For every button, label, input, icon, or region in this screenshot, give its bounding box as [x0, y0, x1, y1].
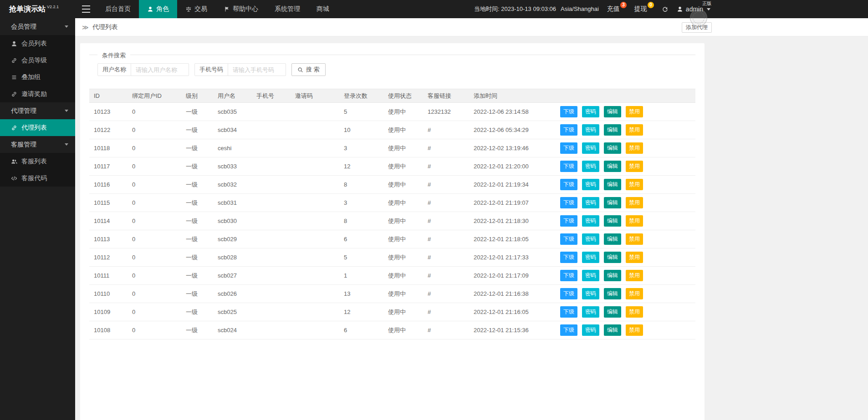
- row-action-edit-button[interactable]: 编辑: [604, 288, 621, 299]
- row-action-password-button[interactable]: 密码: [582, 324, 599, 336]
- row-action-disable-button[interactable]: 禁用: [626, 324, 643, 336]
- nav-item-label: 系统管理: [275, 5, 300, 13]
- menu-toggle-icon[interactable]: [75, 0, 97, 18]
- row-action-disable-button[interactable]: 禁用: [626, 215, 643, 227]
- sidebar-section-member-management[interactable]: 会员管理: [0, 18, 75, 35]
- row-action-disable-button[interactable]: 禁用: [626, 252, 643, 263]
- username-input[interactable]: [131, 63, 189, 76]
- row-action-subordinate-button[interactable]: 下级: [560, 215, 577, 227]
- search-button[interactable]: 搜 索: [291, 63, 326, 76]
- row-action-password-button[interactable]: 密码: [582, 197, 599, 208]
- nav-item-roles[interactable]: 角色: [139, 0, 177, 18]
- cell-username: scb033: [213, 157, 252, 176]
- sidebar-item-stack-group[interactable]: 叠加组: [0, 69, 75, 86]
- row-action-subordinate-button[interactable]: 下级: [560, 270, 577, 281]
- cell-username: scb032: [213, 176, 252, 194]
- row-action-edit-button[interactable]: 编辑: [604, 197, 621, 208]
- cell-level: 一级: [181, 230, 213, 248]
- sidebar-item-service-code[interactable]: 客服代码: [0, 170, 75, 187]
- row-action-edit-button[interactable]: 编辑: [604, 124, 621, 136]
- cell-id: 10123: [89, 103, 128, 121]
- nav-item-trade[interactable]: 交易: [177, 0, 215, 18]
- cell-login_count: 10: [339, 121, 383, 139]
- row-action-edit-button[interactable]: 编辑: [604, 324, 621, 336]
- row-action-edit-button[interactable]: 编辑: [604, 142, 621, 154]
- row-action-password-button[interactable]: 密码: [582, 270, 599, 281]
- row-action-subordinate-button[interactable]: 下级: [560, 233, 577, 245]
- row-action-edit-button[interactable]: 编辑: [604, 306, 621, 318]
- row-action-password-button[interactable]: 密码: [582, 179, 599, 190]
- nav-item-system[interactable]: 系统管理: [266, 0, 308, 18]
- row-action-subordinate-button[interactable]: 下级: [560, 124, 577, 136]
- sidebar-section-agent-management[interactable]: 代理管理: [0, 102, 75, 119]
- phone-input[interactable]: [228, 63, 286, 76]
- row-action-edit-button[interactable]: 编辑: [604, 252, 621, 263]
- cell-level: 一级: [181, 194, 213, 212]
- flag-icon: [224, 6, 230, 12]
- row-action-password-button[interactable]: 密码: [582, 306, 599, 318]
- chevron-down-icon: [65, 25, 68, 28]
- row-action-password-button[interactable]: 密码: [582, 233, 599, 245]
- row-action-subordinate-button[interactable]: 下级: [560, 142, 577, 154]
- row-action-subordinate-button[interactable]: 下级: [560, 197, 577, 208]
- cell-phone: [252, 194, 291, 212]
- nav-item-dashboard[interactable]: 后台首页: [97, 0, 139, 18]
- cell-status: 使用中: [383, 321, 423, 339]
- row-action-subordinate-button[interactable]: 下级: [560, 306, 577, 318]
- cell-level: 一级: [181, 121, 213, 139]
- row-action-disable-button[interactable]: 禁用: [626, 142, 643, 154]
- row-action-password-button[interactable]: 密码: [582, 252, 599, 263]
- row-action-disable-button[interactable]: 禁用: [626, 233, 643, 245]
- row-action-edit-button[interactable]: 编辑: [604, 233, 621, 245]
- cell-id: 10110: [89, 285, 128, 303]
- cell-service_link: #: [423, 194, 469, 212]
- section-label: 代理管理: [11, 107, 36, 115]
- row-action-subordinate-button[interactable]: 下级: [560, 161, 577, 172]
- sidebar-item-service-list[interactable]: 客服列表: [0, 153, 75, 170]
- row-action-subordinate-button[interactable]: 下级: [560, 288, 577, 299]
- row-action-subordinate-button[interactable]: 下级: [560, 179, 577, 190]
- row-action-password-button[interactable]: 密码: [582, 142, 599, 154]
- row-action-edit-button[interactable]: 编辑: [604, 179, 621, 190]
- row-action-disable-button[interactable]: 禁用: [626, 306, 643, 318]
- refresh-icon[interactable]: [662, 6, 669, 13]
- cell-phone: [252, 176, 291, 194]
- row-action-subordinate-button[interactable]: 下级: [560, 106, 577, 117]
- sidebar-item-invite-reward[interactable]: 邀请奖励: [0, 86, 75, 102]
- cell-username: scb026: [213, 285, 252, 303]
- sidebar-section-service-management[interactable]: 客服管理: [0, 136, 75, 153]
- row-action-password-button[interactable]: 密码: [582, 215, 599, 227]
- table-header-row: ID绑定用户ID级别用户名手机号邀请码登录次数使用状态客服链接添加时间: [89, 89, 695, 103]
- cell-bind_user_id: 0: [128, 121, 181, 139]
- row-action-disable-button[interactable]: 禁用: [626, 161, 643, 172]
- row-action-edit-button[interactable]: 编辑: [604, 161, 621, 172]
- cell-username: ceshi: [213, 139, 252, 157]
- row-action-password-button[interactable]: 密码: [582, 106, 599, 117]
- row-action-disable-button[interactable]: 禁用: [626, 270, 643, 281]
- row-action-edit-button[interactable]: 编辑: [604, 215, 621, 227]
- row-action-edit-button[interactable]: 编辑: [604, 106, 621, 117]
- row-action-edit-button[interactable]: 编辑: [604, 270, 621, 281]
- cell-invite_code: [291, 176, 339, 194]
- row-action-disable-button[interactable]: 禁用: [626, 124, 643, 136]
- row-action-subordinate-button[interactable]: 下级: [560, 252, 577, 263]
- cell-status: 使用中: [383, 121, 423, 139]
- recharge-link[interactable]: 充值 3: [607, 5, 620, 13]
- row-action-password-button[interactable]: 密码: [582, 124, 599, 136]
- sidebar-item-member-list[interactable]: 会员列表: [0, 35, 75, 52]
- license-seal-badge[interactable]: [690, 9, 707, 26]
- withdraw-link[interactable]: 提现 0: [634, 5, 647, 13]
- cell-service_link: #: [423, 285, 469, 303]
- row-action-disable-button[interactable]: 禁用: [626, 288, 643, 299]
- nav-item-mall[interactable]: 商城: [308, 0, 337, 18]
- row-action-password-button[interactable]: 密码: [582, 161, 599, 172]
- nav-item-help-center[interactable]: 帮助中心: [215, 0, 266, 18]
- row-action-disable-button[interactable]: 禁用: [626, 179, 643, 190]
- cell-username: scb030: [213, 212, 252, 230]
- row-action-disable-button[interactable]: 禁用: [626, 197, 643, 208]
- row-action-disable-button[interactable]: 禁用: [626, 106, 643, 117]
- sidebar-item-member-level[interactable]: 会员等级: [0, 52, 75, 69]
- row-action-subordinate-button[interactable]: 下级: [560, 324, 577, 336]
- sidebar-item-agent-list[interactable]: 代理列表: [0, 119, 75, 136]
- row-action-password-button[interactable]: 密码: [582, 288, 599, 299]
